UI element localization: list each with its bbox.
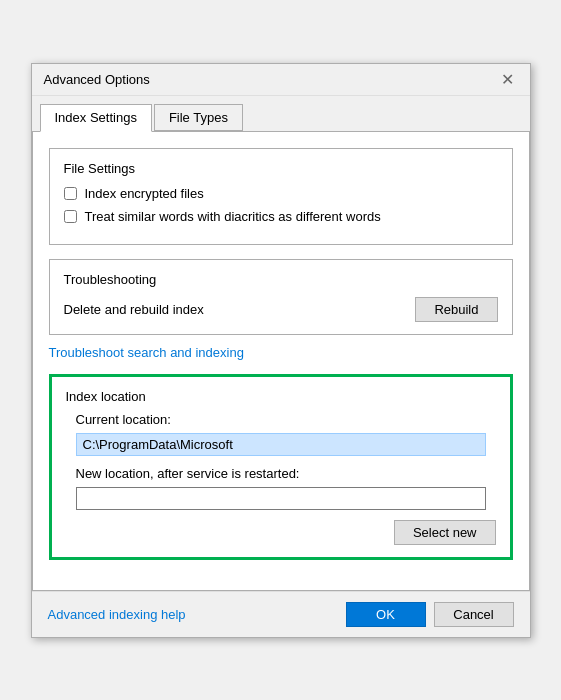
footer-left: Advanced indexing help — [48, 607, 186, 622]
tab-bar: Index Settings File Types — [32, 96, 530, 132]
advanced-options-dialog: Advanced Options ✕ Index Settings File T… — [31, 63, 531, 638]
ok-button[interactable]: OK — [346, 602, 426, 627]
current-location-label: Current location: — [66, 412, 496, 427]
checkbox-encrypted[interactable] — [64, 187, 77, 200]
select-new-row: Select new — [66, 520, 496, 545]
checkbox-diacritics-row: Treat similar words with diacritics as d… — [64, 209, 498, 224]
rebuild-button[interactable]: Rebuild — [415, 297, 497, 322]
title-bar: Advanced Options ✕ — [32, 64, 530, 96]
dialog-footer: Advanced indexing help OK Cancel — [32, 591, 530, 637]
select-new-button[interactable]: Select new — [394, 520, 496, 545]
troubleshooting-title: Troubleshooting — [64, 272, 498, 287]
checkbox-encrypted-row: Index encrypted files — [64, 186, 498, 201]
file-settings-title: File Settings — [64, 161, 498, 176]
troubleshooting-section: Troubleshooting Delete and rebuild index… — [49, 259, 513, 335]
tab-index-settings[interactable]: Index Settings — [40, 104, 152, 132]
delete-rebuild-label: Delete and rebuild index — [64, 302, 204, 317]
file-settings-section: File Settings Index encrypted files Trea… — [49, 148, 513, 245]
cancel-button[interactable]: Cancel — [434, 602, 514, 627]
checkbox-diacritics-label[interactable]: Treat similar words with diacritics as d… — [85, 209, 381, 224]
index-location-title: Index location — [66, 389, 496, 404]
troubleshoot-link[interactable]: Troubleshoot search and indexing — [49, 345, 244, 360]
new-location-label: New location, after service is restarted… — [66, 466, 496, 481]
checkbox-encrypted-label[interactable]: Index encrypted files — [85, 186, 204, 201]
close-button[interactable]: ✕ — [498, 69, 518, 89]
troubleshoot-row: Delete and rebuild index Rebuild — [64, 297, 498, 322]
new-location-input[interactable] — [76, 487, 486, 510]
checkbox-diacritics[interactable] — [64, 210, 77, 223]
tab-content: File Settings Index encrypted files Trea… — [32, 132, 530, 591]
footer-buttons: OK Cancel — [346, 602, 514, 627]
advanced-indexing-help-link[interactable]: Advanced indexing help — [48, 607, 186, 622]
index-location-section: Index location Current location: C:\Prog… — [49, 374, 513, 560]
dialog-title: Advanced Options — [44, 72, 150, 87]
tab-file-types[interactable]: File Types — [154, 104, 243, 131]
current-location-value: C:\ProgramData\Microsoft — [76, 433, 486, 456]
